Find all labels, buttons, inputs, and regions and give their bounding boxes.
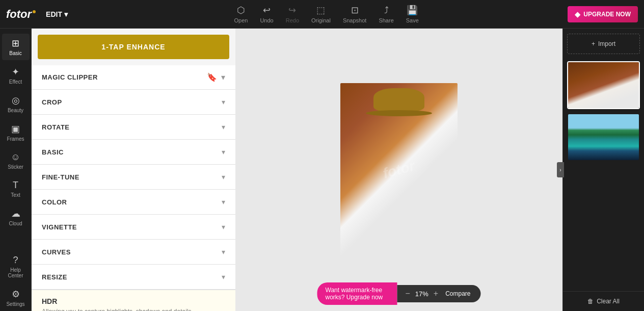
original-label: Original	[311, 17, 331, 23]
sticker-icon: ☺	[11, 152, 20, 163]
edit-label: EDIT	[46, 10, 62, 18]
plus-icon: +	[592, 40, 595, 47]
snapshot-label: Snapshot	[343, 17, 366, 23]
frames-icon: ▣	[11, 123, 20, 135]
edit-chevron-icon: ▾	[64, 10, 68, 18]
thumb1-background	[568, 62, 639, 108]
sidebar-item-cloud[interactable]: ☁ Cloud	[2, 204, 30, 230]
sidebar-settings-label: Settings	[6, 301, 24, 307]
sidebar-item-sticker[interactable]: ☺ Sticker	[2, 148, 30, 174]
sidebar-item-beauty[interactable]: ◎ Beauty	[2, 91, 30, 117]
thumb2-background	[568, 114, 639, 160]
sidebar-text-label: Text	[11, 192, 20, 198]
basic-label: BASIC	[42, 148, 64, 156]
sidebar-basic-label: Basic	[9, 50, 21, 56]
sidebar-item-effect[interactable]: ✦ Effect	[2, 62, 30, 89]
redo-label: Redo	[286, 17, 299, 23]
text-icon: T	[13, 180, 18, 191]
upgrade-label: UPGRADE NOW	[583, 11, 631, 18]
thumbnail-2-image	[568, 114, 639, 160]
sidebar-frames-label: Frames	[7, 136, 24, 142]
crop-header[interactable]: CROP ▾	[32, 90, 235, 114]
resize-header[interactable]: RESIZE ▾	[32, 265, 235, 289]
sidebar-icons: ⊞ Basic ✦ Effect ◎ Beauty ▣ Frames ☺ Sti…	[0, 29, 32, 311]
hat-brim	[366, 110, 432, 116]
compare-button[interactable]: Compare	[443, 290, 472, 297]
toolbar: fotor EDIT ▾ ⬡ Open ↩ Undo ↪ Redo ⬚ Orig…	[0, 0, 644, 29]
share-label: Share	[379, 17, 393, 23]
vignette-header[interactable]: VIGNETTE ▾	[32, 215, 235, 239]
undo-label: Undo	[260, 17, 273, 23]
color-section: COLOR ▾	[32, 190, 235, 215]
sidebar-item-settings[interactable]: ⚙ Settings	[2, 284, 30, 311]
sidebar-item-basic[interactable]: ⊞ Basic	[2, 34, 30, 60]
collapse-arrow[interactable]: ›	[557, 162, 564, 177]
rotate-section: ROTATE ▾	[32, 115, 235, 140]
magic-clipper-right: 🔖 ▾	[207, 72, 225, 82]
share-action[interactable]: ⤴ Share	[379, 5, 393, 23]
clear-all-label: Clear All	[597, 298, 620, 305]
upgrade-button[interactable]: ◆ UPGRADE NOW	[568, 6, 638, 22]
help-icon: ?	[13, 255, 18, 266]
undo-icon: ↩	[263, 5, 271, 16]
zoom-controls: − 17% + Compare	[397, 285, 480, 302]
watermark-banner[interactable]: Want watermark-free works? Upgrade now	[317, 282, 397, 305]
magic-clipper-chevron-icon: ▾	[221, 72, 225, 82]
original-action[interactable]: ⬚ Original	[311, 5, 331, 23]
basic-icon: ⊞	[12, 38, 19, 49]
sidebar-item-frames[interactable]: ▣ Frames	[2, 119, 30, 146]
open-action[interactable]: ⬡ Open	[234, 5, 248, 23]
hat-top	[373, 88, 424, 111]
image-background: fotor	[340, 83, 458, 256]
redo-action[interactable]: ↪ Redo	[286, 5, 299, 23]
bookmark-icon: 🔖	[207, 72, 217, 82]
color-label: COLOR	[42, 198, 67, 206]
toolbar-actions: ⬡ Open ↩ Undo ↪ Redo ⬚ Original ⊡ Snapsh…	[85, 5, 568, 23]
fine-tune-header[interactable]: FINE-TUNE ▾	[32, 165, 235, 189]
snapshot-action[interactable]: ⊡ Snapshot	[343, 5, 366, 23]
open-label: Open	[234, 17, 248, 23]
save-action[interactable]: 💾 Save	[406, 5, 419, 23]
rotate-chevron-icon: ▾	[222, 123, 225, 131]
basic-header[interactable]: BASIC ▾	[32, 140, 235, 164]
rotate-header[interactable]: ROTATE ▾	[32, 115, 235, 139]
settings-icon: ⚙	[12, 289, 20, 300]
hdr-title: HDR	[42, 297, 225, 305]
sidebar-item-help[interactable]: ? Help Center	[2, 251, 30, 282]
edit-menu[interactable]: EDIT ▾	[46, 10, 70, 18]
crop-label: CROP	[42, 98, 62, 106]
curves-chevron-icon: ▾	[222, 248, 225, 256]
watermark-text: fotor	[381, 158, 417, 182]
redo-icon: ↪	[288, 5, 296, 16]
fine-tune-chevron-icon: ▾	[222, 173, 225, 181]
main-content: ⊞ Basic ✦ Effect ◎ Beauty ▣ Frames ☺ Sti…	[0, 29, 644, 311]
diamond-icon: ◆	[575, 10, 580, 18]
color-chevron-icon: ▾	[222, 198, 225, 206]
magic-clipper-label: MAGIC CLIPPER	[42, 73, 98, 81]
sidebar-item-text[interactable]: T Text	[2, 176, 30, 202]
magic-clipper-section[interactable]: MAGIC CLIPPER 🔖 ▾	[32, 65, 235, 90]
curves-header[interactable]: CURVES ▾	[32, 240, 235, 264]
logo: fotor	[6, 8, 36, 21]
thumbnail-1-image	[568, 62, 639, 108]
sidebar-help-label: Help Center	[5, 267, 26, 278]
undo-action[interactable]: ↩ Undo	[260, 5, 273, 23]
color-header[interactable]: COLOR ▾	[32, 190, 235, 214]
clear-all-button[interactable]: 🗑 Clear All	[563, 291, 644, 311]
crop-chevron-icon: ▾	[222, 98, 225, 106]
left-panel: 1-TAP ENHANCE MAGIC CLIPPER 🔖 ▾ CROP ▾ R…	[32, 29, 235, 311]
right-panel: › + Import 🗑 Clear All	[562, 29, 644, 311]
zoom-in-button[interactable]: +	[434, 289, 438, 298]
basic-section: BASIC ▾	[32, 140, 235, 165]
enhance-button[interactable]: 1-TAP ENHANCE	[38, 35, 229, 59]
trash-icon: 🗑	[587, 298, 594, 305]
zoom-out-button[interactable]: −	[405, 289, 410, 298]
collapse-icon: ›	[559, 167, 561, 173]
hdr-desc: Allowing you to capture highlights, shad…	[42, 307, 225, 311]
hdr-section: HDR Allowing you to capture highlights, …	[32, 290, 235, 311]
thumbnail-1[interactable]	[567, 61, 640, 109]
open-icon: ⬡	[237, 5, 245, 16]
hat-decoration	[366, 88, 432, 116]
import-button[interactable]: + Import	[567, 34, 640, 54]
thumbnail-2[interactable]	[567, 113, 640, 161]
